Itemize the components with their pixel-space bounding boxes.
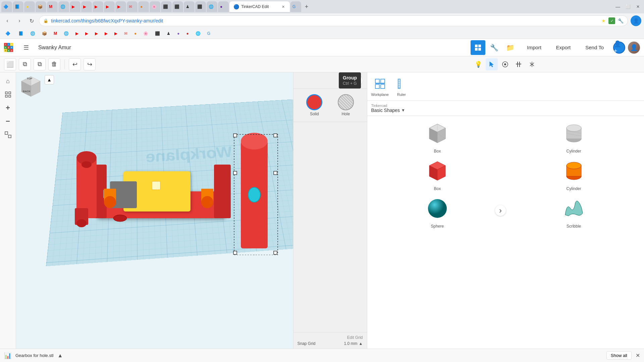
menu-button[interactable]: ☰ bbox=[21, 42, 32, 53]
bookmark-3[interactable]: 🌐 bbox=[28, 31, 38, 37]
browser-tab-more1[interactable]: G bbox=[290, 1, 301, 12]
edit-grid-button[interactable]: Edit Grid bbox=[298, 335, 363, 340]
shape-item-scribble[interactable]: Scribble bbox=[507, 195, 640, 229]
browser-tab-9[interactable]: ▶ bbox=[93, 1, 103, 12]
delete-button[interactable]: 🗑 bbox=[48, 58, 60, 70]
browser-tab-10[interactable]: ▶ bbox=[104, 1, 115, 12]
forward-button[interactable]: › bbox=[15, 16, 24, 25]
bookmark-20[interactable]: G bbox=[205, 31, 213, 37]
select-tool-button[interactable] bbox=[486, 58, 498, 70]
show-all-button[interactable]: Show all bbox=[606, 351, 632, 360]
camera-tool-button[interactable] bbox=[499, 58, 511, 70]
shape-item-box-red[interactable]: Box bbox=[371, 158, 504, 191]
copy-button[interactable]: ⧉ bbox=[19, 58, 31, 70]
bookmark-6[interactable]: 🌐 bbox=[61, 31, 71, 37]
browser-tab-3[interactable]: ● bbox=[24, 1, 35, 12]
bookmark-8[interactable]: ▶ bbox=[83, 31, 91, 37]
share-view-button[interactable]: 📁 bbox=[503, 40, 518, 55]
bookmark-12[interactable]: ✉ bbox=[121, 31, 130, 37]
browser-tab-18[interactable]: ⬛ bbox=[195, 1, 206, 12]
fit-all-button[interactable] bbox=[2, 88, 14, 101]
hole-button[interactable]: Hole bbox=[338, 94, 354, 116]
bookmark-4[interactable]: 📦 bbox=[39, 31, 50, 37]
bookmark-2[interactable]: 📘 bbox=[16, 31, 26, 37]
browser-tab-8[interactable]: ▶ bbox=[81, 1, 92, 12]
user-add-button[interactable]: 👤+ bbox=[613, 42, 625, 54]
tinkercad-logo[interactable]: T I N K E R C A D bbox=[4, 43, 17, 52]
view-up-button[interactable]: ▲ bbox=[45, 75, 54, 84]
browser-tab-12[interactable]: ✉ bbox=[127, 1, 138, 12]
close-button[interactable]: ✕ bbox=[633, 2, 643, 11]
new-tab-button[interactable]: + bbox=[302, 2, 311, 11]
tool-view-button[interactable]: 🔧 bbox=[487, 40, 501, 55]
snap-value[interactable]: 1.0 mm ▲ bbox=[344, 341, 363, 346]
minimize-button[interactable]: — bbox=[613, 2, 623, 11]
zoom-out-button[interactable]: − bbox=[2, 115, 14, 127]
address-bar[interactable]: 🔒 tinkercad.com/things/b6BfwcXqxPY-swank… bbox=[39, 15, 628, 26]
maximize-button[interactable]: ⬜ bbox=[623, 2, 633, 11]
browser-tab-20[interactable]: ● bbox=[218, 1, 229, 12]
zoom-in-button[interactable]: + bbox=[2, 102, 14, 114]
home-view-button[interactable]: ⌂ bbox=[2, 75, 14, 87]
bookmark-15[interactable]: ⬛ bbox=[152, 31, 163, 37]
browser-tab-13[interactable]: ● bbox=[138, 1, 149, 12]
bookmark-14[interactable]: 🌸 bbox=[141, 31, 151, 37]
browser-tab-active[interactable]: 🔵 TinkerCAD Edit ✕ bbox=[229, 1, 290, 12]
import-button[interactable]: Import bbox=[522, 42, 547, 53]
browser-tab-6[interactable]: 🌐 bbox=[58, 1, 69, 12]
browser-tab-7[interactable]: ▶ bbox=[70, 1, 80, 12]
export-button[interactable]: Export bbox=[551, 42, 576, 53]
visibility-tool-button[interactable]: 💡 bbox=[472, 58, 484, 70]
bookmark-9[interactable]: ▶ bbox=[92, 31, 101, 37]
browser-tab-11[interactable]: ▶ bbox=[115, 1, 126, 12]
grid-view-button[interactable] bbox=[471, 40, 485, 55]
bookmark-10[interactable]: ▶ bbox=[102, 31, 110, 37]
undo-button[interactable]: ↩ bbox=[69, 58, 81, 70]
canvas-area[interactable]: TOP BACK ▲ bbox=[16, 72, 293, 349]
new-shape-button[interactable]: ⬜ bbox=[4, 58, 16, 70]
bookmark-19[interactable]: 🌐 bbox=[193, 31, 203, 37]
solid-button[interactable]: Solid bbox=[306, 94, 322, 116]
active-tab-close[interactable]: ✕ bbox=[280, 4, 286, 9]
bookmark-13[interactable]: ● bbox=[131, 31, 139, 37]
browser-tab-14[interactable]: 🌸 bbox=[150, 1, 160, 12]
browser-tab-17[interactable]: ♟ bbox=[184, 1, 195, 12]
shape-item-cylinder-gray[interactable]: Cylinder bbox=[507, 120, 640, 154]
profile-button[interactable]: 👤 bbox=[631, 15, 641, 26]
back-button[interactable]: ‹ bbox=[3, 16, 12, 25]
shape-item-sphere[interactable]: Sphere bbox=[371, 195, 504, 229]
mirror-button[interactable] bbox=[526, 58, 538, 70]
browser-tab-15[interactable]: ⬛ bbox=[161, 1, 172, 12]
workplane-tool-button[interactable]: Workplane bbox=[371, 76, 389, 97]
browser-tab-16[interactable]: ⬛ bbox=[172, 1, 183, 12]
browser-tab-1[interactable]: 🔷 bbox=[1, 1, 12, 12]
canvas-chevron-button[interactable]: › bbox=[495, 205, 506, 216]
bottom-close-button[interactable]: ✕ bbox=[636, 352, 640, 359]
duplicate-button[interactable]: ⧉ bbox=[34, 58, 46, 70]
redo-button[interactable]: ↪ bbox=[84, 58, 96, 70]
grid-align-button[interactable] bbox=[513, 58, 525, 70]
bookmark-5[interactable]: M bbox=[51, 31, 60, 37]
bookmark-17[interactable]: ● bbox=[174, 31, 182, 37]
ruler-tool-button[interactable]: Ruler bbox=[394, 76, 409, 97]
refresh-button[interactable]: ↻ bbox=[27, 16, 36, 25]
browser-tab-5[interactable]: M bbox=[47, 1, 58, 12]
snap-button[interactable] bbox=[2, 129, 14, 141]
bookmark-18[interactable]: ● bbox=[184, 31, 192, 37]
user-avatar[interactable]: 👤 bbox=[628, 42, 640, 54]
bookmark-11[interactable]: ▶ bbox=[112, 31, 120, 37]
shape-item-cylinder-orange[interactable]: Cylinder bbox=[507, 158, 640, 191]
view-cube[interactable]: TOP BACK bbox=[19, 75, 43, 99]
shapes-title-row[interactable]: Basic Shapes ▼ bbox=[371, 108, 406, 113]
browser-tab-19[interactable]: 🌐 bbox=[207, 1, 217, 12]
bookmark-7[interactable]: ▶ bbox=[73, 31, 81, 37]
browser-tab-2[interactable]: 📘 bbox=[13, 1, 23, 12]
browser-tab-4[interactable]: 📦 bbox=[36, 1, 46, 12]
shape-item-box-gray[interactable]: Box bbox=[371, 120, 504, 154]
user-area[interactable]: 👤+ 👤 bbox=[613, 42, 640, 54]
send-to-button[interactable]: Send To bbox=[580, 42, 609, 53]
bottom-expand-button[interactable]: ▲ bbox=[57, 353, 63, 359]
shapes-dropdown-icon[interactable]: ▼ bbox=[401, 108, 405, 113]
bookmark-16[interactable]: ♟ bbox=[164, 31, 173, 37]
bookmark-1[interactable]: 🔷 bbox=[3, 31, 14, 37]
